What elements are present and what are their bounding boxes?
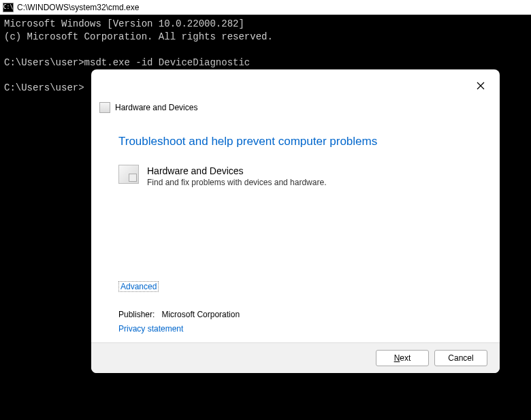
item-title: Hardware and Devices (147, 165, 326, 177)
advanced-link[interactable]: Advanced (118, 281, 159, 292)
cancel-button[interactable]: Cancel (434, 350, 487, 366)
cmd-titlebar: C:\ C:\WINDOWS\system32\cmd.exe (0, 0, 531, 15)
item-description: Find and fix problems with devices and h… (147, 177, 326, 189)
troubleshoot-item: Hardware and Devices Find and fix proble… (118, 165, 472, 189)
hardware-small-icon (99, 102, 110, 113)
dialog-footer: Next Cancel (91, 342, 500, 373)
dialog-header: Hardware and Devices (91, 69, 500, 120)
cmd-icon: C:\ (3, 3, 14, 12)
dialog-body: Troubleshoot and help prevent computer p… (91, 120, 500, 280)
close-icon (477, 82, 485, 90)
dialog-lower: Advanced Publisher: Microsoft Corporatio… (91, 280, 500, 342)
next-button[interactable]: Next (376, 350, 429, 366)
console-prompt[interactable]: C:\Users\user> (4, 82, 84, 93)
publisher-value: Microsoft Corporation (161, 310, 240, 319)
dialog-header-title: Hardware and Devices (115, 103, 197, 112)
console-line: (c) Microsoft Corporation. All rights re… (4, 31, 273, 42)
console-line: Microsoft Windows [Version 10.0.22000.28… (4, 18, 244, 29)
console-prompt: C:\Users\user>msdt.exe -id DeviceDiagnos… (4, 57, 250, 68)
hardware-devices-icon (118, 165, 139, 184)
privacy-statement-link[interactable]: Privacy statement (118, 324, 183, 334)
main-heading: Troubleshoot and help prevent computer p… (118, 135, 472, 148)
publisher-row: Publisher: Microsoft Corporation (118, 310, 472, 319)
close-button[interactable] (474, 79, 487, 93)
troubleshooter-dialog: Hardware and Devices Troubleshoot and he… (91, 69, 500, 373)
publisher-label: Publisher: (118, 310, 155, 319)
cmd-titlebar-text: C:\WINDOWS\system32\cmd.exe (17, 3, 139, 12)
